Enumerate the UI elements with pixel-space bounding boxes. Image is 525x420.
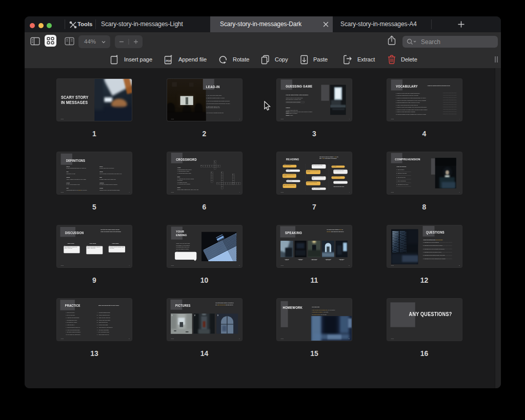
svg-text:PDF: PDF bbox=[166, 59, 172, 62]
